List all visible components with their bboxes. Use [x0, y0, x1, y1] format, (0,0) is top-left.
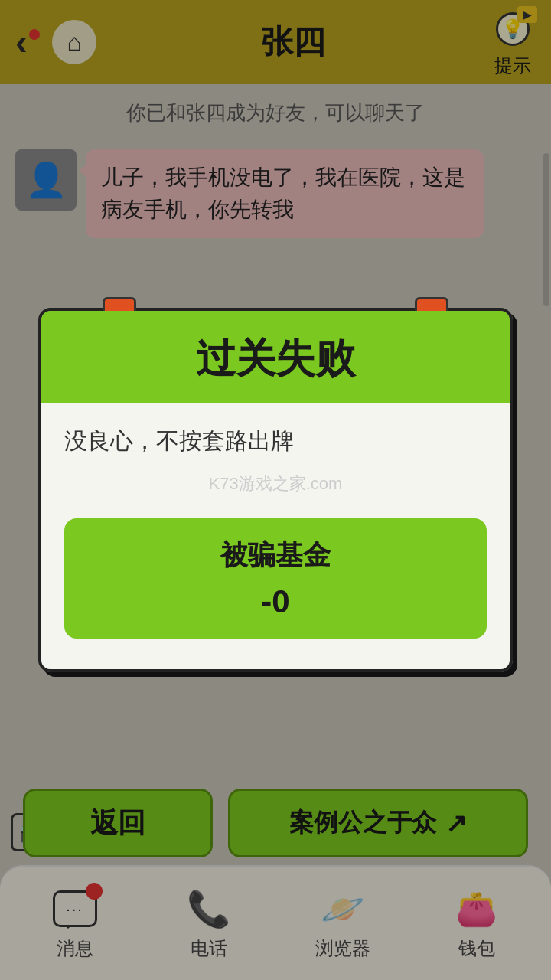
modal-body: 没良心，不按套路出牌 K73游戏之家.com 被骗基金 -0	[41, 403, 510, 669]
watermark: K73游戏之家.com	[64, 472, 487, 495]
result-box: 被骗基金 -0	[64, 518, 487, 639]
modal-container: 过关失败 没良心，不按套路出牌 K73游戏之家.com 被骗基金 -0	[38, 308, 513, 672]
result-value: -0	[87, 583, 464, 620]
modal-overlay: 过关失败 没良心，不按套路出牌 K73游戏之家.com 被骗基金 -0	[0, 0, 551, 980]
result-label: 被骗基金	[87, 537, 464, 574]
modal-subtitle: 没良心，不按套路出牌	[64, 426, 487, 457]
modal-title: 过关失败	[196, 336, 355, 381]
modal-header: 过关失败	[41, 311, 510, 403]
